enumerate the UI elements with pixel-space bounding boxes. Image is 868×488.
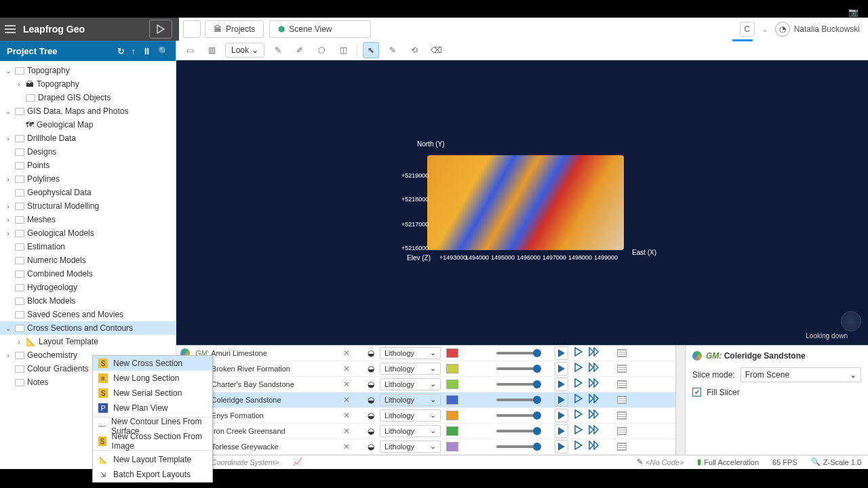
color-swatch[interactable] <box>446 442 458 451</box>
remove-layer-icon[interactable]: ✕ <box>343 364 350 373</box>
tool-1[interactable]: ▭ <box>182 42 198 58</box>
style-icon[interactable]: ◒ <box>368 411 374 420</box>
pen-icon[interactable]: ✐ <box>292 42 308 58</box>
edit-icon[interactable]: ✎ <box>384 42 401 58</box>
fill-slicer-checkbox[interactable]: ✔ <box>692 388 701 396</box>
list-icon[interactable] <box>617 349 627 357</box>
ctx-new-plan-view[interactable]: PNew Plan View <box>93 401 212 415</box>
tab-scene-view[interactable]: ⬢Scene View <box>269 20 371 38</box>
play-fast-icon[interactable] <box>589 394 599 405</box>
look-dropdown[interactable]: Look⌄ <box>225 43 264 58</box>
remove-layer-icon[interactable]: ✕ <box>343 380 350 389</box>
attribute-select[interactable]: Lithology⌄ <box>380 441 441 453</box>
layer-row[interactable]: GM: Enys Formation✕◒Lithology⌄ <box>176 408 675 424</box>
list-icon[interactable] <box>617 380 627 388</box>
play-outline-icon[interactable] <box>574 347 583 359</box>
pointer-icon[interactable]: ⬉ <box>363 42 379 58</box>
play-outline-icon[interactable] <box>574 409 583 421</box>
play-solid-icon[interactable] <box>555 346 568 360</box>
style-icon[interactable]: ◒ <box>368 395 374 405</box>
opacity-slider[interactable] <box>496 399 537 401</box>
erase-icon[interactable]: ⌫ <box>428 42 444 58</box>
up-icon[interactable]: ↑ <box>132 46 136 56</box>
style-icon[interactable]: ◒ <box>368 348 374 358</box>
opacity-slider[interactable] <box>496 352 537 354</box>
remove-layer-icon[interactable]: ✕ <box>343 426 350 436</box>
play-solid-icon[interactable] <box>555 378 568 391</box>
style-icon[interactable]: ◒ <box>368 426 374 436</box>
attribute-select[interactable]: Lithology⌄ <box>380 378 441 390</box>
pause-icon[interactable]: ⏸ <box>142 46 151 56</box>
color-swatch[interactable] <box>446 426 458 436</box>
attribute-select[interactable]: Lithology⌄ <box>380 347 441 359</box>
color-swatch[interactable] <box>446 348 458 358</box>
rotate-icon[interactable]: ⟲ <box>406 42 422 58</box>
play-outline-icon[interactable] <box>574 378 583 390</box>
lasso-icon[interactable]: ✎ <box>270 42 286 58</box>
layer-row[interactable]: GM: Torlesse Greywacke✕◒Lithology⌄ <box>176 439 675 455</box>
play-outline-icon[interactable] <box>574 394 583 405</box>
search-icon[interactable]: 🔍 <box>158 46 169 56</box>
opacity-slider[interactable] <box>496 383 537 386</box>
ctx-new-serial-section[interactable]: SNew Serial Section <box>93 386 212 401</box>
slice-icon[interactable]: ◫ <box>335 42 351 58</box>
compass-icon[interactable] <box>841 311 861 331</box>
style-icon[interactable]: ◒ <box>368 364 374 373</box>
color-swatch[interactable] <box>446 395 458 405</box>
layer-row[interactable]: GM: Charter's Bay Sandstone✕◒Lithology⌄ <box>176 377 675 392</box>
play-button[interactable] <box>149 20 172 39</box>
attribute-select[interactable]: Lithology⌄ <box>380 363 441 375</box>
scene-viewport[interactable]: North (Y) East (X) Elev (Z) +5219000 +52… <box>176 60 868 345</box>
play-outline-icon[interactable] <box>574 363 583 374</box>
layer-row[interactable]: GM: Iron Creek Greensand✕◒Lithology⌄ <box>176 424 675 439</box>
color-swatch[interactable] <box>446 364 458 373</box>
refresh-icon[interactable]: ↻ <box>117 46 125 56</box>
layer-row[interactable]: GM: Broken River Formation✕◒Lithology⌄ <box>176 361 675 377</box>
remove-layer-icon[interactable]: ✕ <box>343 348 350 358</box>
remove-layer-icon[interactable]: ✕ <box>343 442 350 451</box>
cloud-icon[interactable]: C <box>740 22 755 37</box>
opacity-slider[interactable] <box>496 367 537 370</box>
style-icon[interactable]: ◒ <box>368 380 374 389</box>
tree-cross-sections[interactable]: ⌄Cross Sections and Contours <box>0 321 176 335</box>
menu-icon[interactable] <box>0 18 20 41</box>
attribute-select[interactable]: Lithology⌄ <box>380 394 441 406</box>
play-solid-icon[interactable] <box>555 440 568 453</box>
play-solid-icon[interactable] <box>555 409 568 422</box>
play-outline-icon[interactable] <box>574 425 583 436</box>
play-fast-icon[interactable] <box>589 347 599 359</box>
play-fast-icon[interactable] <box>589 425 599 436</box>
ctx-new-layout-template[interactable]: 📐New Layout Template <box>93 452 212 467</box>
ctx-new-long-section[interactable]: ≡New Long Section <box>93 371 212 386</box>
color-swatch[interactable] <box>446 411 458 420</box>
play-fast-icon[interactable] <box>589 378 599 390</box>
ctx-new-cross-section[interactable]: SNew Cross Section <box>93 356 212 371</box>
remove-layer-icon[interactable]: ✕ <box>343 411 350 420</box>
camera-icon[interactable]: 📷 <box>845 4 861 20</box>
opacity-slider[interactable] <box>496 414 537 417</box>
opacity-slider[interactable] <box>496 430 537 432</box>
play-fast-icon[interactable] <box>589 363 599 374</box>
play-outline-icon[interactable] <box>574 441 583 452</box>
play-solid-icon[interactable] <box>555 393 568 407</box>
style-icon[interactable]: ◒ <box>368 442 374 451</box>
opacity-slider[interactable] <box>496 445 537 448</box>
layer-row[interactable]: GM: Coleridge Sandstone✕◒Lithology⌄ <box>176 392 675 408</box>
attribute-select[interactable]: Lithology⌄ <box>380 409 441 422</box>
play-solid-icon[interactable] <box>555 362 568 375</box>
tab-projects[interactable]: 🏛Projects <box>205 20 264 38</box>
tabs-dropdown[interactable]: ⌄ <box>183 20 201 38</box>
play-fast-icon[interactable] <box>589 409 599 421</box>
play-fast-icon[interactable] <box>589 441 599 452</box>
list-icon[interactable] <box>617 443 627 451</box>
ctx-batch-export[interactable]: ⇲Batch Export Layouts <box>93 467 212 482</box>
color-swatch[interactable] <box>446 380 458 389</box>
list-icon[interactable] <box>617 411 627 420</box>
slice-mode-select[interactable]: From Scene⌄ <box>741 367 861 382</box>
list-icon[interactable] <box>617 365 627 373</box>
tool-2[interactable]: ▥ <box>203 42 220 58</box>
play-solid-icon[interactable] <box>555 424 568 438</box>
list-icon[interactable] <box>617 396 627 404</box>
polygon-icon[interactable]: ⬠ <box>313 42 330 58</box>
layer-row[interactable]: GM: Amuri Limestone✕◒Lithology⌄ <box>176 346 675 361</box>
